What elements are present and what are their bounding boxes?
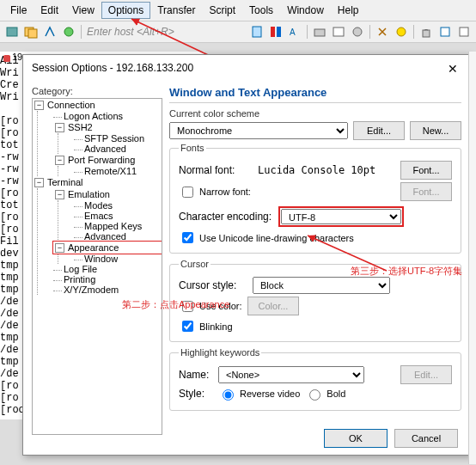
toolbar-icon[interactable]: [438, 25, 452, 39]
use-color-check[interactable]: Use color:: [179, 298, 242, 315]
fonts-legend: Fonts: [179, 143, 206, 153]
toolbar-icon[interactable]: [457, 25, 471, 39]
toolbar-icon[interactable]: [5, 25, 19, 39]
normal-font-label: Normal font:: [179, 164, 247, 176]
collapse-icon[interactable]: −: [55, 156, 64, 165]
tree-log-file[interactable]: Log File: [64, 264, 97, 274]
svg-point-11: [397, 28, 406, 36]
toolbar-icon[interactable]: [332, 25, 345, 39]
svg-rect-5: [271, 27, 275, 37]
tree-window[interactable]: Window: [84, 254, 118, 264]
menu-options[interactable]: Options: [101, 2, 150, 19]
hl-edit-button: Edit...: [400, 365, 452, 384]
host-input[interactable]: Enter host <Alt+R>: [87, 26, 174, 38]
collapse-icon[interactable]: −: [34, 178, 44, 187]
unicode-checkbox[interactable]: [182, 232, 193, 243]
collapse-icon[interactable]: −: [55, 123, 64, 132]
svg-point-10: [353, 28, 362, 36]
toolbar-icon[interactable]: [313, 25, 326, 39]
bold-radio[interactable]: Bold: [305, 387, 345, 401]
scrollbar[interactable]: [468, 52, 476, 464]
tree-modes[interactable]: Modes: [84, 200, 113, 211]
hl-name-select[interactable]: <None>: [218, 366, 364, 383]
tree-emulation[interactable]: Emulation: [68, 189, 110, 199]
hl-name-label: Name:: [179, 369, 213, 381]
tree-ssh2[interactable]: SSH2: [68, 122, 93, 132]
use-color-checkbox[interactable]: [182, 301, 193, 312]
svg-text:A: A: [290, 28, 296, 37]
toolbar-icon[interactable]: [351, 25, 364, 39]
narrow-font-button: Font...: [400, 182, 452, 201]
close-icon[interactable]: ✕: [444, 62, 461, 76]
normal-font-button[interactable]: Font...: [400, 161, 452, 180]
svg-rect-4: [253, 27, 261, 37]
color-scheme-select[interactable]: Monochrome: [169, 122, 348, 139]
section-title: Window and Text Appearance: [169, 86, 461, 103]
cursor-style-select[interactable]: Block: [253, 277, 390, 294]
reverse-video-radio[interactable]: Reverse video: [218, 387, 300, 401]
highlight-legend: Highlight keywords: [179, 347, 261, 358]
category-tree[interactable]: −Connection Logon Actions −SSH2 SFTP Ses…: [32, 98, 162, 435]
ok-button[interactable]: OK: [324, 429, 388, 448]
collapse-icon[interactable]: −: [55, 190, 64, 199]
cursor-style-label: Cursor style:: [179, 279, 247, 291]
toolbar-icon[interactable]: [62, 25, 76, 39]
menu-script[interactable]: Script: [202, 2, 242, 19]
tree-mapped-keys[interactable]: Mapped Keys: [84, 221, 142, 231]
collapse-icon[interactable]: −: [34, 101, 44, 110]
hl-style-label: Style:: [179, 388, 213, 400]
encoding-select[interactable]: UTF-8: [281, 209, 401, 224]
toolbar: Enter host <Alt+R> A: [0, 21, 476, 43]
unicode-check[interactable]: Use Unicode line-drawing characters: [179, 229, 452, 246]
cancel-button[interactable]: Cancel: [394, 429, 458, 448]
tree-xyzmodem[interactable]: X/Y/Zmodem: [64, 285, 119, 295]
tree-appearance[interactable]: Appearance: [68, 242, 119, 253]
fonts-group: Fonts Normal font: Lucida Console 10pt F…: [169, 143, 461, 254]
narrow-font-checkbox[interactable]: [182, 187, 193, 198]
narrow-font-check[interactable]: Narrow font:: [179, 184, 251, 200]
svg-rect-12: [423, 30, 430, 37]
collapse-icon[interactable]: −: [55, 243, 64, 253]
menu-transfer[interactable]: Transfer: [150, 2, 202, 19]
svg-point-3: [64, 28, 73, 36]
normal-font-value: Lucida Console 10pt: [253, 162, 395, 178]
menu-window[interactable]: Window: [280, 2, 331, 19]
toolbar-icon[interactable]: [269, 25, 283, 39]
tree-terminal[interactable]: Terminal: [47, 177, 83, 187]
menu-file[interactable]: File: [3, 2, 34, 19]
highlight-group: Highlight keywords Name: <None> Edit... …: [169, 347, 461, 411]
tree-connection[interactable]: Connection: [47, 100, 95, 110]
tree-sftp[interactable]: SFTP Session: [84, 133, 144, 144]
tree-port-forwarding[interactable]: Port Forwarding: [68, 155, 135, 165]
category-label: Category:: [32, 86, 162, 96]
session-tab-label[interactable]: 19: [12, 52, 22, 62]
toolbar-icon[interactable]: [419, 25, 433, 39]
svg-rect-13: [441, 28, 449, 36]
menu-help[interactable]: Help: [331, 2, 366, 19]
toolbar-icon[interactable]: [375, 25, 389, 39]
menu-edit[interactable]: Edit: [34, 2, 65, 19]
menu-tools[interactable]: Tools: [242, 2, 280, 19]
scheme-edit-button[interactable]: Edit...: [353, 121, 405, 140]
tree-printing[interactable]: Printing: [64, 274, 95, 285]
toolbar-icon[interactable]: A: [288, 25, 302, 39]
cursor-legend: Cursor: [179, 259, 211, 269]
tree-emacs[interactable]: Emacs: [84, 211, 113, 221]
blinking-check[interactable]: Blinking: [179, 318, 452, 334]
blinking-checkbox[interactable]: [182, 321, 193, 332]
toolbar-icon[interactable]: [43, 25, 57, 39]
toolbar-icon[interactable]: [24, 25, 38, 39]
tree-logon[interactable]: Logon Actions: [64, 111, 123, 121]
scheme-new-button[interactable]: New...: [410, 121, 461, 140]
tree-advanced2[interactable]: Advanced: [84, 231, 126, 242]
cursor-color-button: Color...: [247, 297, 300, 315]
encoding-label: Character encoding:: [179, 211, 273, 223]
svg-rect-2: [28, 29, 37, 38]
tree-advanced[interactable]: Advanced: [84, 144, 126, 154]
menu-view[interactable]: View: [65, 2, 101, 19]
svg-rect-8: [314, 29, 325, 36]
toolbar-icon[interactable]: [250, 25, 264, 39]
tree-remote-x11[interactable]: Remote/X11: [84, 166, 137, 176]
menubar: File Edit View Options Transfer Script T…: [0, 0, 476, 21]
toolbar-icon[interactable]: [394, 25, 408, 39]
